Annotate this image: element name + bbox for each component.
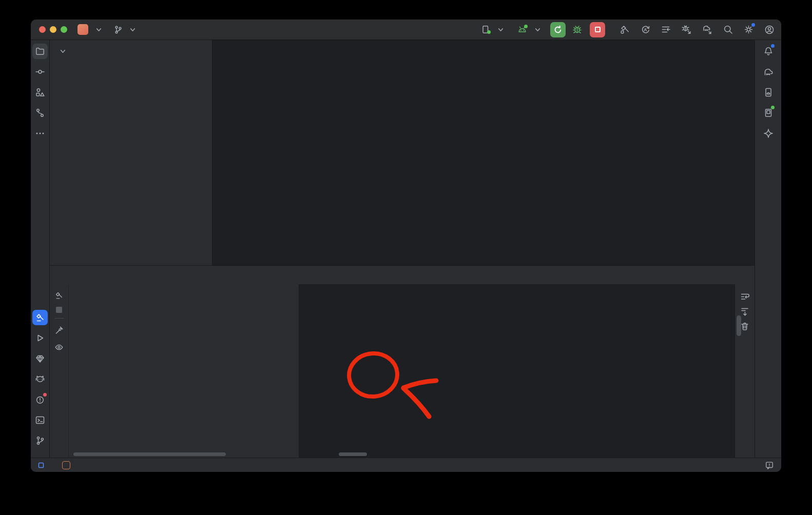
more-tools-button[interactable]	[32, 126, 48, 141]
stop-button[interactable]	[590, 22, 605, 37]
event-log-icon[interactable]	[765, 461, 774, 470]
header-file-icon	[62, 461, 70, 469]
horizontal-scrollbar[interactable]	[73, 452, 226, 456]
project-view-selector[interactable]	[50, 43, 212, 58]
ellipsis-icon	[35, 128, 45, 138]
project-icon	[78, 24, 88, 35]
gradle-tool-button[interactable]	[761, 64, 776, 80]
build-project-button[interactable]	[620, 24, 630, 35]
folder-icon	[35, 46, 45, 56]
search-icon	[723, 24, 733, 35]
gradle-elephant-icon	[763, 67, 774, 76]
build-toolbar	[50, 284, 69, 458]
terminal-tool-button[interactable]	[32, 412, 48, 428]
project-tool-button[interactable]	[32, 44, 48, 59]
chevron-down-icon	[95, 26, 102, 33]
chevron-down-icon	[129, 26, 136, 33]
branch-selector[interactable]	[114, 26, 136, 34]
left-tool-stripe	[31, 40, 50, 458]
attach-debugger-button[interactable]	[681, 24, 692, 35]
status-bar	[31, 458, 781, 472]
list-icon	[661, 24, 671, 35]
horizontal-scrollbar[interactable]	[339, 452, 367, 456]
stop-build-button[interactable]	[56, 307, 62, 313]
right-tool-stripe	[755, 40, 781, 458]
main-area	[31, 40, 781, 458]
build-variants-button[interactable]	[661, 24, 671, 35]
logcat-tool-button[interactable]	[32, 371, 48, 387]
project-selector[interactable]	[78, 24, 102, 35]
run-configuration-selector[interactable]	[517, 26, 541, 33]
play-icon	[35, 333, 45, 343]
chevron-down-icon	[497, 26, 504, 33]
annotation-circle	[347, 351, 399, 399]
debug-button[interactable]	[572, 24, 583, 35]
sparkle-icon	[763, 128, 774, 138]
rerun-button[interactable]	[550, 22, 566, 37]
settings-button[interactable]	[743, 24, 754, 35]
running-badge	[771, 106, 775, 109]
structure-tool-button[interactable]	[32, 85, 48, 100]
vcs-tool-button[interactable]	[32, 105, 48, 121]
build-body	[50, 284, 755, 458]
running-devices-tool-button[interactable]	[761, 105, 776, 121]
titlebar-actions: A	[620, 24, 775, 35]
soft-wrap-icon	[740, 292, 749, 301]
gem-icon	[35, 353, 45, 364]
notifications-tool-button[interactable]	[761, 44, 776, 59]
scroll-down-icon	[740, 307, 749, 316]
app-quality-insights-tool-button[interactable]	[32, 351, 48, 366]
android-icon	[517, 26, 527, 33]
soft-wrap-button[interactable]	[739, 290, 751, 303]
device-manager-tool-button[interactable]	[761, 85, 776, 100]
device-selector[interactable]	[481, 25, 504, 34]
minimize-window-button[interactable]	[50, 26, 56, 33]
git-branch-icon	[35, 435, 45, 446]
commit-tool-button[interactable]	[32, 64, 48, 80]
annotation-arrow-barb	[403, 381, 436, 388]
profile-button[interactable]	[764, 24, 775, 35]
center-column	[50, 40, 755, 458]
search-everywhere-button[interactable]	[723, 24, 733, 35]
git-branch-icon	[114, 26, 122, 34]
version-control-tool-button[interactable]	[32, 433, 48, 448]
window-controls	[39, 26, 67, 33]
vertical-scrollbar[interactable]	[737, 315, 741, 336]
apply-changes-icon: A	[640, 24, 651, 35]
project-panel	[50, 40, 212, 265]
git-graph-icon	[35, 108, 45, 118]
gemini-tool-button[interactable]	[761, 126, 776, 141]
android-studio-window: A	[31, 19, 781, 472]
module-icon	[38, 462, 44, 468]
run-tool-button[interactable]	[32, 330, 48, 346]
problems-badge	[43, 393, 47, 397]
status-bar-right	[765, 461, 774, 470]
annotation-arrow-shaft	[403, 388, 429, 417]
device-icon	[481, 25, 490, 34]
build-header-actions	[732, 266, 755, 284]
desktop: A	[0, 0, 812, 515]
pin-tab-button[interactable]	[53, 324, 65, 336]
red-annotation	[299, 284, 734, 458]
trash-icon	[740, 322, 749, 331]
commit-icon	[35, 67, 45, 77]
chevron-down-icon	[534, 26, 541, 33]
eye-icon	[54, 343, 64, 352]
svg-text:A: A	[644, 27, 647, 32]
filter-view-button[interactable]	[53, 341, 65, 353]
problems-tool-button[interactable]	[32, 392, 48, 407]
apply-changes-button[interactable]: A	[640, 24, 651, 35]
fullscreen-window-button[interactable]	[61, 26, 67, 33]
bug-arrow-icon	[681, 24, 692, 35]
gradle-sync-button[interactable]	[702, 24, 713, 35]
build-tool-window	[50, 266, 755, 458]
restart-build-button[interactable]	[53, 289, 65, 302]
shapes-icon	[35, 87, 45, 97]
close-window-button[interactable]	[39, 26, 46, 33]
console-gutter	[734, 284, 755, 458]
gradle-elephant-sync-icon	[702, 24, 713, 35]
device-manager-icon	[763, 87, 774, 97]
stop-icon	[595, 27, 601, 32]
pin-icon	[55, 326, 64, 334]
build-tool-button[interactable]	[32, 310, 48, 325]
